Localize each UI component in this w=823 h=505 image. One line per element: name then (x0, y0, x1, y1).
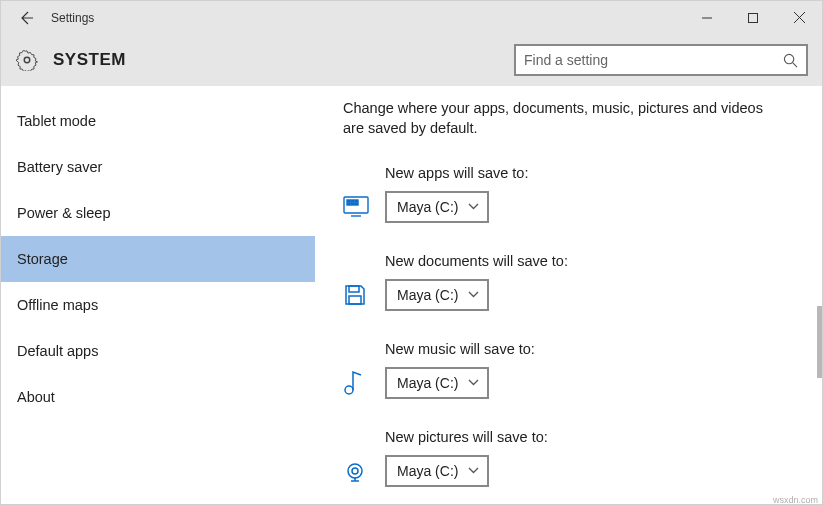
maximize-icon (748, 13, 758, 23)
minimize-icon (702, 13, 712, 23)
svg-rect-10 (349, 286, 359, 292)
back-button[interactable] (9, 1, 43, 34)
close-icon (794, 12, 805, 23)
svg-point-12 (345, 386, 353, 394)
sidebar-item-about[interactable]: About (1, 374, 315, 420)
svg-rect-8 (351, 203, 354, 205)
music-location-dropdown[interactable]: Maya (C:) (385, 367, 489, 399)
documents-location-dropdown[interactable]: Maya (C:) (385, 279, 489, 311)
sidebar-item-label: Battery saver (17, 159, 102, 175)
camera-icon (343, 456, 385, 486)
setting-label: New apps will save to: (385, 165, 798, 181)
search-icon (783, 53, 798, 68)
setting-pictures: New pictures will save to: Maya (C:) (343, 429, 798, 487)
svg-point-1 (24, 57, 30, 63)
sidebar-item-power-sleep[interactable]: Power & sleep (1, 190, 315, 236)
main-panel: Change where your apps, documents, music… (315, 86, 822, 505)
chevron-down-icon (468, 379, 479, 386)
titlebar: Settings (1, 1, 822, 34)
sidebar-item-label: Storage (17, 251, 68, 267)
pictures-location-dropdown[interactable]: Maya (C:) (385, 455, 489, 487)
watermark: wsxdn.com (773, 495, 818, 505)
close-button[interactable] (776, 1, 822, 34)
window-controls (684, 1, 822, 34)
save-icon (343, 280, 385, 310)
scrollbar-thumb[interactable] (817, 306, 822, 378)
svg-rect-5 (351, 200, 354, 202)
svg-point-14 (352, 468, 358, 474)
dropdown-value: Maya (C:) (397, 287, 458, 303)
apps-location-dropdown[interactable]: Maya (C:) (385, 191, 489, 223)
svg-point-13 (348, 464, 362, 478)
setting-apps: New apps will save to: Maya (C:) (343, 165, 798, 223)
description-text: Change where your apps, documents, music… (343, 98, 773, 139)
sidebar-item-label: Power & sleep (17, 205, 111, 221)
window-title: Settings (51, 11, 684, 25)
chevron-down-icon (468, 291, 479, 298)
page-title: SYSTEM (53, 50, 514, 70)
svg-rect-4 (347, 200, 350, 202)
setting-documents: New documents will save to: Maya (C:) (343, 253, 798, 311)
sidebar-item-tablet-mode[interactable]: Tablet mode (1, 98, 315, 144)
minimize-button[interactable] (684, 1, 730, 34)
arrow-left-icon (18, 10, 34, 26)
dropdown-value: Maya (C:) (397, 463, 458, 479)
sidebar-item-label: Default apps (17, 343, 98, 359)
gear-icon (15, 48, 39, 72)
dropdown-value: Maya (C:) (397, 375, 458, 391)
music-icon (343, 368, 385, 398)
setting-label: New music will save to: (385, 341, 798, 357)
sidebar-item-offline-maps[interactable]: Offline maps (1, 282, 315, 328)
chevron-down-icon (468, 467, 479, 474)
sidebar-item-battery-saver[interactable]: Battery saver (1, 144, 315, 190)
sidebar-item-default-apps[interactable]: Default apps (1, 328, 315, 374)
sidebar-item-label: Tablet mode (17, 113, 96, 129)
svg-rect-0 (749, 13, 758, 22)
sidebar: Tablet mode Battery saver Power & sleep … (1, 86, 315, 505)
svg-point-2 (784, 54, 793, 63)
search-input[interactable] (524, 52, 783, 68)
setting-label: New pictures will save to: (385, 429, 798, 445)
sidebar-item-label: Offline maps (17, 297, 98, 313)
chevron-down-icon (468, 203, 479, 210)
content: Tablet mode Battery saver Power & sleep … (1, 86, 822, 505)
sidebar-item-storage[interactable]: Storage (1, 236, 315, 282)
svg-rect-7 (347, 203, 350, 205)
svg-rect-9 (355, 203, 358, 205)
dropdown-value: Maya (C:) (397, 199, 458, 215)
sidebar-item-label: About (17, 389, 55, 405)
setting-music: New music will save to: Maya (C:) (343, 341, 798, 399)
monitor-icon (343, 192, 385, 222)
setting-label: New documents will save to: (385, 253, 798, 269)
svg-rect-6 (355, 200, 358, 202)
search-box[interactable] (514, 44, 808, 76)
maximize-button[interactable] (730, 1, 776, 34)
page-header: SYSTEM (1, 34, 822, 86)
svg-rect-11 (349, 296, 361, 304)
